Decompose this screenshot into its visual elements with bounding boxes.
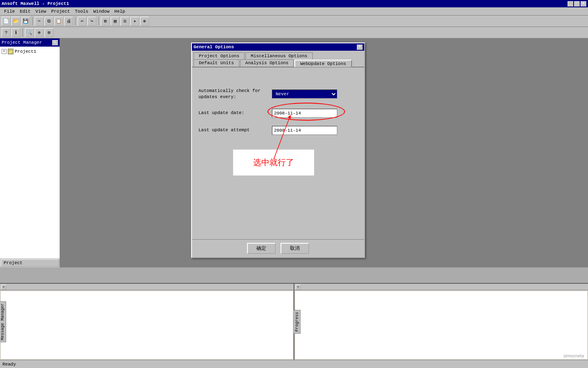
watermark: simocneta — [564, 353, 584, 358]
bottom-right-header: × — [294, 284, 588, 290]
center-area: General Options × Project Options Miscel… — [60, 38, 588, 267]
help-btn[interactable]: ? — [2, 28, 11, 37]
menu-bar: File Edit View Project Tools Window Help — [0, 7, 588, 16]
tab-default-units[interactable]: Default Units — [194, 59, 239, 67]
new-btn[interactable]: 📄 — [2, 17, 11, 26]
progress-tab[interactable]: Progress — [294, 284, 301, 360]
dialog-title-bar: General Options × — [192, 43, 364, 51]
bottom-right-panel: × Progress — [294, 284, 588, 360]
title-bar-controls: _ □ × — [568, 1, 586, 7]
project-manager-content: + 📁 Project1 — [0, 47, 60, 258]
message-manager-label: Message Manager — [0, 301, 6, 342]
project-label: Project1 — [15, 49, 36, 54]
last-update-date-row: Last update date: — [198, 109, 358, 118]
bottom-left-content — [1, 291, 293, 359]
status-bar: Ready — [0, 360, 588, 368]
sep4 — [22, 29, 23, 37]
zoom-btn[interactable]: ⊕ — [35, 28, 44, 37]
main-content: Project Manager × + 📁 Project1 Project G… — [0, 38, 588, 267]
btn-d[interactable]: ✦ — [130, 17, 139, 26]
search-btn[interactable]: 🔍 — [25, 28, 34, 37]
auto-check-label: Automatically check forupdates every: — [198, 88, 268, 101]
sep2 — [75, 17, 76, 25]
btn-e[interactable]: ⊗ — [140, 17, 149, 26]
last-update-attempt-row: Last update attempt — [198, 126, 358, 135]
status-text: Ready — [2, 362, 16, 367]
menu-window[interactable]: Window — [91, 8, 112, 15]
bottom-right-content — [295, 291, 587, 359]
menu-file[interactable]: File — [2, 8, 17, 15]
general-options-dialog: General Options × Project Options Miscel… — [191, 43, 365, 258]
dialog-footer: 确定 取消 — [192, 239, 364, 257]
project-icon: 📁 — [8, 49, 13, 54]
toolbar-2: ? ℹ 🔍 ⊕ ⊞ — [0, 27, 588, 38]
tab-analysis-options[interactable]: Analysis Options — [240, 59, 294, 67]
menu-tools[interactable]: Tools — [72, 8, 91, 15]
project-manager-close[interactable]: × — [52, 40, 58, 45]
menu-project[interactable]: Project — [49, 8, 72, 15]
cut-btn[interactable]: ✂ — [35, 17, 44, 26]
dialog-title: General Options — [194, 45, 234, 49]
last-update-attempt-label: Last update attempt — [198, 127, 268, 133]
paste-btn[interactable]: 📋 — [54, 17, 63, 26]
fit-btn[interactable]: ⊞ — [45, 28, 53, 37]
open-btn[interactable]: 📂 — [11, 17, 20, 26]
last-update-attempt-input[interactable] — [272, 126, 337, 135]
tree-item-project1[interactable]: + 📁 Project1 — [2, 48, 58, 55]
tab-webupdate-options[interactable]: WebUpdate Options — [294, 60, 352, 67]
sep1 — [32, 17, 33, 25]
btn-a[interactable]: ⊞ — [101, 17, 110, 26]
tab-misc-options[interactable]: Miscellaneous Options — [245, 52, 313, 59]
menu-help[interactable]: Help — [112, 8, 127, 15]
copy-btn[interactable]: ⧉ — [45, 17, 53, 26]
maximize-button[interactable]: □ — [574, 1, 580, 7]
redo-btn[interactable]: ↪ — [87, 17, 96, 26]
progress-label: Progress — [294, 310, 301, 334]
project-manager-title: Project Manager — [2, 40, 42, 45]
tab-project-options[interactable]: Project Options — [194, 52, 245, 59]
dialog-body: Automatically check forupdates every: Ne… — [192, 67, 364, 239]
sep3 — [98, 17, 99, 25]
auto-check-row: Automatically check forupdates every: Ne… — [198, 88, 358, 101]
menu-edit[interactable]: Edit — [17, 8, 33, 15]
svg-line-0 — [274, 117, 290, 159]
toolbar-1: 📄 📂 💾 ✂ ⧉ 📋 🖨 ↩ ↪ ⊞ ▤ ⊡ ✦ ⊗ — [0, 16, 588, 27]
menu-view[interactable]: View — [33, 8, 49, 15]
message-manager-tab[interactable]: Message Manager — [0, 284, 6, 360]
tree-expand[interactable]: + — [2, 49, 7, 54]
bottom-left-header: × — [0, 284, 294, 290]
btn-b[interactable]: ▤ — [111, 17, 120, 26]
last-update-date-label: Last update date: — [198, 110, 268, 116]
app-title: Ansoft Maxwell - Project1 — [2, 1, 69, 6]
minimize-button[interactable]: _ — [568, 1, 573, 7]
auto-check-select[interactable]: Never Daily Weekly Monthly — [272, 90, 337, 99]
close-button[interactable]: × — [581, 1, 586, 7]
bottom-area: × Message Manager × Progress — [0, 283, 588, 360]
tabs-row2: Default Units Analysis Options WebUpdate… — [192, 59, 364, 67]
undo-btn[interactable]: ↩ — [78, 17, 87, 26]
tabs-row1: Project Options Miscellaneous Options — [192, 51, 364, 59]
title-bar: Ansoft Maxwell - Project1 _ □ × — [0, 0, 588, 7]
save-btn[interactable]: 💾 — [21, 17, 30, 26]
left-panel: Project Manager × + 📁 Project1 Project — [0, 38, 60, 267]
info-btn[interactable]: ℹ — [11, 28, 20, 37]
ok-button[interactable]: 确定 — [247, 243, 276, 254]
bottom-left-panel: × Message Manager — [0, 284, 294, 360]
print-btn[interactable]: 🖨 — [64, 17, 73, 26]
cancel-button[interactable]: 取消 — [281, 243, 309, 254]
annotation-box: 选中就行了 — [233, 149, 314, 176]
last-update-date-input[interactable] — [272, 109, 337, 118]
project-manager-header: Project Manager × — [0, 38, 60, 47]
btn-c[interactable]: ⊡ — [120, 17, 129, 26]
project-tab[interactable]: Project — [1, 259, 59, 267]
dialog-close-btn[interactable]: × — [357, 45, 363, 50]
